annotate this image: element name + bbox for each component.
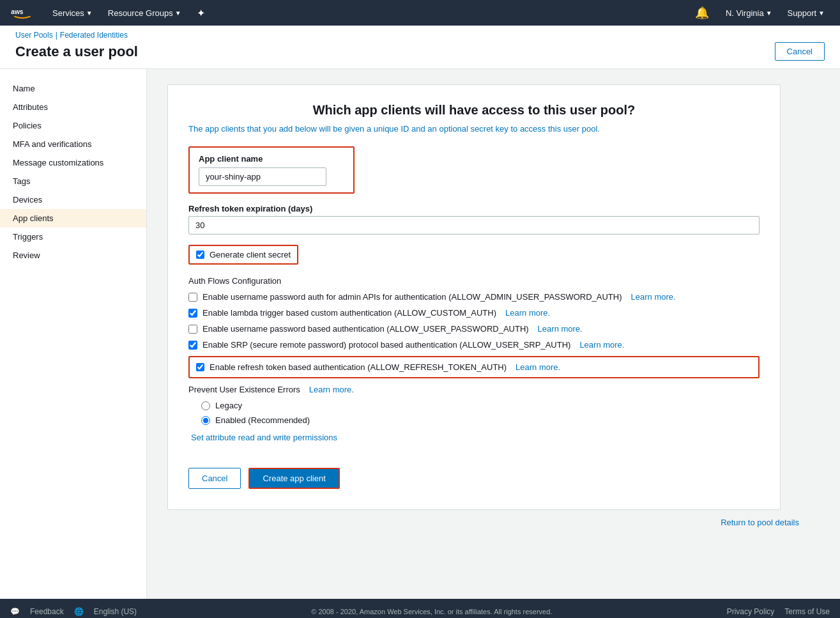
cancel-button[interactable]: Cancel xyxy=(188,468,241,489)
action-buttons: Cancel Create app client xyxy=(188,468,760,489)
auth-flow-user-password-checkbox[interactable] xyxy=(188,325,197,334)
learn-more-refresh[interactable]: Learn more. xyxy=(515,362,560,372)
radio-legacy: Legacy xyxy=(201,401,760,410)
svg-text:aws: aws xyxy=(11,8,23,15)
generate-secret-box: Generate client secret xyxy=(188,245,298,265)
auth-flow-custom: Enable lambda trigger based custom authe… xyxy=(188,308,760,318)
terms-of-use-link[interactable]: Terms of Use xyxy=(784,607,830,616)
set-attribute-row: Set attribute read and write permissions xyxy=(188,433,760,455)
app-client-name-label: App client name xyxy=(199,154,344,164)
feedback-icon: 💬 xyxy=(10,607,20,616)
learn-more-srp[interactable]: Learn more. xyxy=(579,340,624,350)
auth-flow-custom-label: Enable lambda trigger based custom authe… xyxy=(202,308,496,318)
main-content: Which app clients will have access to th… xyxy=(147,69,840,599)
learn-more-user-password[interactable]: Learn more. xyxy=(538,324,583,334)
services-label: Services xyxy=(52,8,84,18)
auth-flow-srp-checkbox[interactable] xyxy=(188,341,197,350)
radio-enabled-input[interactable] xyxy=(201,416,210,425)
auth-flow-user-password: Enable username password based authentic… xyxy=(188,324,760,334)
auth-flow-admin-label: Enable username password auth for admin … xyxy=(202,292,622,302)
sidebar-item-message[interactable]: Message customizations xyxy=(0,153,146,172)
feedback-link[interactable]: Feedback xyxy=(30,607,64,616)
support-menu[interactable]: Support ▼ xyxy=(783,6,830,20)
radio-enabled-label: Enabled (Recommended) xyxy=(215,415,310,425)
auth-flows-label: Auth Flows Configuration xyxy=(188,276,760,286)
sidebar: Name Attributes Policies MFA and verific… xyxy=(0,69,147,599)
footer-copyright: © 2008 - 2020, Amazon Web Services, Inc.… xyxy=(311,608,552,615)
federated-identities-link[interactable]: Federated Identities xyxy=(60,31,128,40)
breadcrumb: User Pools | Federated Identities xyxy=(15,31,825,42)
cancel-button-top[interactable]: Cancel xyxy=(775,42,825,61)
resource-groups-chevron: ▼ xyxy=(175,10,181,17)
services-nav[interactable]: Services ▼ xyxy=(47,6,98,20)
resource-groups-nav[interactable]: Resource Groups ▼ xyxy=(103,6,187,20)
sidebar-item-triggers[interactable]: Triggers xyxy=(0,228,146,246)
radio-legacy-input[interactable] xyxy=(201,401,210,410)
token-expiry-group: Refresh token expiration (days) xyxy=(188,204,760,235)
sidebar-item-review[interactable]: Review xyxy=(0,246,146,265)
sidebar-item-name[interactable]: Name xyxy=(0,79,146,98)
token-expiry-label: Refresh token expiration (days) xyxy=(188,204,760,213)
app-client-name-box: App client name xyxy=(188,146,355,194)
services-chevron: ▼ xyxy=(86,10,93,17)
aws-logo[interactable]: aws xyxy=(10,5,34,20)
support-chevron: ▼ xyxy=(818,10,825,17)
generate-secret-checkbox[interactable] xyxy=(196,251,204,259)
privacy-policy-link[interactable]: Privacy Policy xyxy=(727,607,775,616)
return-to-pool-link[interactable]: Return to pool details xyxy=(721,518,799,527)
region-selector[interactable]: N. Virginia ▼ xyxy=(721,6,777,20)
auth-flow-user-password-label: Enable username password based authentic… xyxy=(202,324,529,334)
set-attribute-link[interactable]: Set attribute read and write permissions xyxy=(191,433,337,442)
main-layout: Name Attributes Policies MFA and verific… xyxy=(0,69,840,599)
sidebar-item-attributes[interactable]: Attributes xyxy=(0,98,146,116)
footer-left: 💬 Feedback 🌐 English (US) xyxy=(10,607,137,616)
language-icon: 🌐 xyxy=(74,607,84,616)
region-label: N. Virginia xyxy=(726,8,764,18)
page-title: Create a user pool xyxy=(15,43,138,60)
sidebar-item-policies[interactable]: Policies xyxy=(0,116,146,135)
support-label: Support xyxy=(788,8,817,18)
sidebar-item-mfa[interactable]: MFA and verifications xyxy=(0,135,146,153)
prevent-user-row: Prevent User Existence Errors Learn more… xyxy=(188,385,760,394)
app-client-name-input[interactable] xyxy=(199,167,326,186)
region-chevron: ▼ xyxy=(766,10,772,17)
prevent-user-learn-more[interactable]: Learn more. xyxy=(309,385,354,394)
content-card: Which app clients will have access to th… xyxy=(167,84,781,510)
page-header: User Pools | Federated Identities Create… xyxy=(0,26,840,69)
section-title: Which app clients will have access to th… xyxy=(188,103,760,118)
radio-group: Legacy Enabled (Recommended) xyxy=(188,401,760,425)
auth-flow-admin: Enable username password auth for admin … xyxy=(188,292,760,302)
breadcrumb-sep: | xyxy=(56,31,57,40)
generate-secret-label: Generate client secret xyxy=(210,250,291,259)
radio-enabled: Enabled (Recommended) xyxy=(201,415,760,425)
resource-groups-label: Resource Groups xyxy=(108,8,173,18)
top-navigation: aws Services ▼ Resource Groups ▼ ✦ 🔔 N. … xyxy=(0,0,840,26)
favorites-star[interactable]: ✦ xyxy=(192,4,210,22)
prevent-user-label: Prevent User Existence Errors xyxy=(188,385,300,394)
user-pools-link[interactable]: User Pools xyxy=(15,31,53,40)
learn-more-admin[interactable]: Learn more. xyxy=(631,292,676,302)
create-app-client-button[interactable]: Create app client xyxy=(248,468,339,489)
token-expiry-input[interactable] xyxy=(188,216,760,235)
sidebar-item-devices[interactable]: Devices xyxy=(0,190,146,209)
auth-flow-srp-label: Enable SRP (secure remote password) prot… xyxy=(202,340,570,350)
footer-right: Privacy Policy Terms of Use xyxy=(727,607,830,616)
footer: 💬 Feedback 🌐 English (US) © 2008 - 2020,… xyxy=(0,599,840,618)
return-link-row: Return to pool details xyxy=(167,510,820,535)
language-selector[interactable]: English (US) xyxy=(94,607,137,616)
learn-more-custom[interactable]: Learn more. xyxy=(505,308,550,318)
sidebar-item-tags[interactable]: Tags xyxy=(0,172,146,190)
auth-flow-custom-checkbox[interactable] xyxy=(188,309,197,318)
section-subtitle: The app clients that you add below will … xyxy=(188,124,760,134)
auth-flow-srp: Enable SRP (secure remote password) prot… xyxy=(188,340,760,350)
auth-flow-admin-checkbox[interactable] xyxy=(188,293,197,302)
page-title-row: Create a user pool Cancel xyxy=(15,42,825,68)
notifications-bell[interactable]: 🔔 xyxy=(689,3,715,22)
auth-flow-refresh-label: Enable refresh token based authenticatio… xyxy=(210,362,507,372)
sidebar-item-app-clients[interactable]: App clients xyxy=(0,209,146,228)
auth-flow-refresh-box: Enable refresh token based authenticatio… xyxy=(188,356,760,378)
auth-flow-refresh-checkbox[interactable] xyxy=(196,363,204,371)
radio-legacy-label: Legacy xyxy=(215,401,242,410)
